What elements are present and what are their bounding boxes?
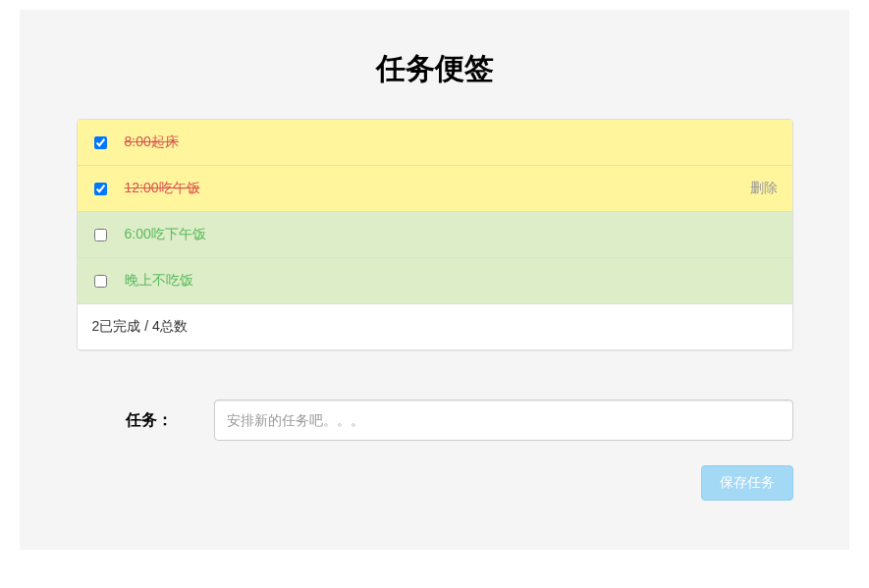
task-text: 8:00起床 [125, 134, 778, 151]
task-row: 晚上不吃饭 [78, 258, 792, 304]
summary-text: 2已完成 / 4总数 [92, 318, 188, 334]
task-row: 6:00吃下午饭 [78, 212, 792, 258]
task-row: 8:00起床 [78, 120, 792, 166]
save-button[interactable]: 保存任务 [701, 465, 793, 501]
task-row: 12:00吃午饭删除 [78, 166, 792, 212]
task-input-label: 任务： [77, 410, 214, 431]
task-text: 晚上不吃饭 [125, 272, 778, 290]
button-row: 保存任务 [77, 465, 793, 501]
task-checkbox[interactable] [94, 275, 107, 288]
task-text: 6:00吃下午饭 [125, 226, 778, 243]
task-input[interactable] [214, 400, 793, 441]
task-checkbox[interactable] [94, 229, 107, 241]
delete-button[interactable]: 删除 [750, 180, 778, 197]
task-form: 任务： [77, 400, 793, 441]
task-checkbox[interactable] [94, 136, 107, 149]
app-container: 任务便签 8:00起床12:00吃午饭删除6:00吃下午饭晚上不吃饭 2已完成 … [20, 10, 849, 550]
task-text: 12:00吃午饭 [125, 180, 750, 197]
page-title: 任务便签 [20, 49, 849, 89]
task-checkbox[interactable] [94, 183, 107, 195]
task-list: 8:00起床12:00吃午饭删除6:00吃下午饭晚上不吃饭 2已完成 / 4总数 [77, 119, 793, 350]
summary-row: 2已完成 / 4总数 [78, 304, 792, 349]
